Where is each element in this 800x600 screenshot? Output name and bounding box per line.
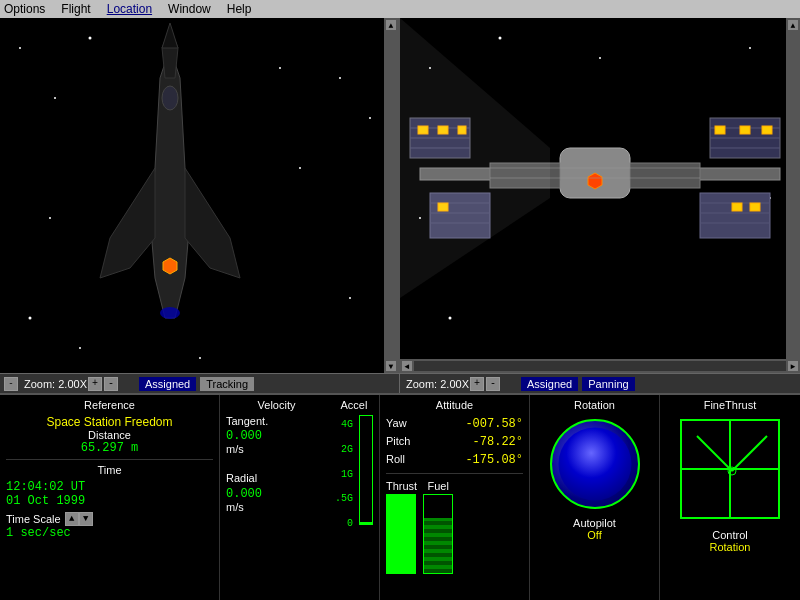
svg-point-16 [162,86,178,110]
menu-options[interactable]: Options [4,2,45,16]
zoom-bars: - Zoom: 2.00X + - Assigned Tracking Zoom… [0,373,800,393]
svg-point-9 [199,357,201,359]
distance-value: 65.297 m [6,441,213,455]
reference-section: Reference Space Station Freedom Distance… [0,395,220,600]
scroll-up-arrow[interactable]: ▲ [386,20,396,30]
yaw-label: Yaw [386,417,407,431]
svg-rect-43 [740,126,750,134]
svg-marker-13 [100,168,155,278]
autopilot-label: Autopilot [536,517,653,529]
tracking-tag-left[interactable]: Tracking [200,377,254,391]
rotation-title: Rotation [536,399,653,411]
thrust-0pct: 0% [396,561,407,571]
svg-point-22 [599,57,601,59]
velocity-title: Velocity [226,399,327,411]
roll-label: Roll [386,453,405,467]
tangent-unit: m/s [226,443,327,455]
viewport-left-bg [0,18,384,373]
viewport-left-scrollbar[interactable]: ▲ ▼ [384,18,398,373]
svg-rect-44 [762,126,772,134]
svg-point-2 [89,37,92,40]
viewport-right-hscrollbar[interactable]: ◄ ► [400,359,800,373]
g-4g: 4G [341,419,353,430]
zoom-minus-left[interactable]: - [104,377,118,391]
svg-point-23 [749,47,751,49]
control-label: Control [666,529,794,541]
radial-unit: m/s [226,501,327,513]
zoom-plus-right[interactable]: + [470,377,484,391]
svg-point-4 [299,167,301,169]
pitch-label: Pitch [386,435,410,449]
attitude-title: Attitude [386,399,523,411]
g-2g: 2G [341,444,353,455]
svg-point-6 [29,317,32,320]
scale-up-btn[interactable]: ▲ [65,512,79,526]
rotation-ball-overlay [558,427,631,500]
menu-window[interactable]: Window [168,2,211,16]
rotation-ball [550,419,640,509]
zoom-section-left: - Zoom: 2.00X + - Assigned Tracking [0,373,400,393]
control-value: Rotation [666,541,794,553]
thrust-100pct: 100% [390,497,412,507]
svg-point-7 [349,297,351,299]
svg-point-18 [160,307,180,319]
pitch-value: -78.22° [473,435,523,449]
assigned-tag-right[interactable]: Assigned [521,377,578,391]
scale-value: 1 sec/sec [6,526,213,540]
finethrust-display [680,419,780,519]
roll-value: -175.08° [465,453,523,467]
svg-point-10 [79,347,81,349]
viewport-right-scrollbar[interactable]: ▲ ▼ [786,18,800,373]
velocity-section: Velocity Tangent. 0.000 m/s Radial 0.000… [220,395,380,600]
rotation-section: Rotation Autopilot Off [530,395,660,600]
svg-rect-57 [630,163,700,188]
data-panel: Reference Space Station Freedom Distance… [0,393,800,600]
svg-point-26 [449,317,452,320]
viewport-right-bg [400,18,786,359]
svg-marker-60 [400,18,550,298]
g-1g: 1G [341,469,353,480]
svg-marker-19 [163,258,177,274]
time-value: 12:04:02 UT [6,480,213,494]
panning-tag-right[interactable]: Panning [582,377,634,391]
zoom-plus-left[interactable]: + [88,377,102,391]
zoom-left-label: Zoom: 2.00X [24,378,87,390]
distance-label: Distance [6,429,213,441]
assigned-tag-left[interactable]: Assigned [139,377,196,391]
scroll-left-arrow[interactable]: ◄ [402,361,412,371]
date-value: 01 Oct 1999 [6,494,213,508]
autopilot-value: Off [536,529,653,541]
svg-rect-55 [732,203,742,211]
minimize-left-btn[interactable]: - [4,377,18,391]
menu-location[interactable]: Location [107,2,152,16]
scale-down-btn[interactable]: ▼ [79,512,93,526]
g-0: 0 [347,518,353,529]
attitude-section: Attitude Yaw -007.58° Pitch -78.22° Roll… [380,395,530,600]
svg-marker-14 [185,168,240,278]
tangent-label: Tangent. [226,415,268,427]
svg-point-1 [54,97,56,99]
svg-rect-50 [700,193,770,238]
finethrust-title: FineThrust [666,399,794,411]
svg-point-8 [369,117,371,119]
zoom-minus-right[interactable]: - [486,377,500,391]
accel-title: Accel [335,399,373,411]
time-title: Time [6,464,213,476]
menubar: Options Flight Location Window Help [0,0,800,18]
svg-marker-17 [162,23,178,48]
svg-point-11 [279,67,281,69]
viewport-left[interactable]: ▲ ▼ [0,18,400,373]
viewport-right[interactable]: ▲ ▼ ◄ ► [400,18,800,373]
scroll-up-arrow-r[interactable]: ▲ [788,20,798,30]
scroll-down-arrow[interactable]: ▼ [386,361,396,371]
svg-line-61 [697,436,732,471]
menu-help[interactable]: Help [227,2,252,16]
g-05g: .5G [335,493,353,504]
scroll-right-arrow[interactable]: ► [788,361,798,371]
scale-label: Time Scale [6,513,61,525]
fuel-label: Fuel [423,480,453,492]
svg-marker-28 [588,173,602,189]
svg-point-3 [339,77,341,79]
menu-flight[interactable]: Flight [61,2,90,16]
svg-point-21 [499,37,502,40]
